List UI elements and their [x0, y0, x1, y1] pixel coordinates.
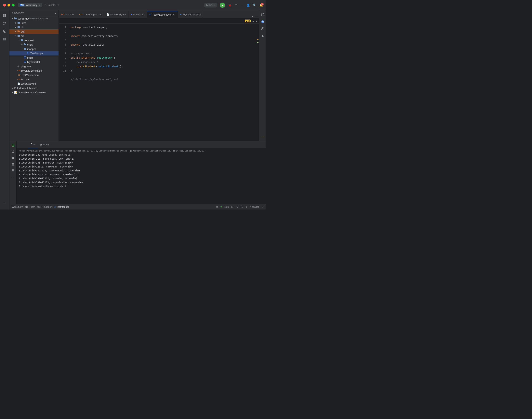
- breadcrumb-com[interactable]: com: [31, 206, 35, 208]
- tree-item-comtest[interactable]: ▾ com.test: [10, 38, 59, 42]
- tree-item-mybatisutil[interactable]: C MybatisUtil: [10, 60, 59, 64]
- java-icon-mybatisutil: C: [24, 60, 26, 64]
- profile-icon[interactable]: ⏱: [235, 3, 237, 7]
- minus-icon-btn[interactable]: —: [260, 134, 265, 139]
- tree-item-webstudy[interactable]: ▾ WebStudy ~/Desktop/CS/Jav...: [10, 16, 59, 21]
- status-expand[interactable]: ⤢: [262, 206, 264, 208]
- breadcrumb-src[interactable]: src: [25, 206, 28, 208]
- svg-rect-11: [5, 39, 6, 40]
- editor-right-wrapper: </> text.xml </> TestMapper.xml 📄 WebStu…: [59, 10, 266, 141]
- account-icon[interactable]: 👤: [247, 3, 250, 7]
- sidebar-item-project[interactable]: [1, 12, 8, 19]
- reload-icon[interactable]: [10, 149, 16, 155]
- user-profile-icon-btn[interactable]: [260, 33, 265, 39]
- run-panel-icon[interactable]: [10, 143, 16, 148]
- tree-item-main[interactable]: C Main: [10, 55, 59, 60]
- code-hint-nousages2: no usages new *: [71, 60, 254, 64]
- tree-item-mapper[interactable]: ▾ mapper: [10, 47, 59, 51]
- tree-item-testmapper[interactable]: i TestMapper: [10, 51, 59, 55]
- copilot-icon-btn[interactable]: [260, 26, 265, 32]
- sidebar-item-git[interactable]: [1, 20, 8, 27]
- console-line-6: Student(sid=34234233, name=An, sex=femal…: [17, 173, 266, 177]
- layout-icon[interactable]: [10, 168, 16, 173]
- bottom-tab-main[interactable]: ▣ Main ✕: [38, 141, 54, 148]
- tree-item-idea[interactable]: ▶ .idea: [10, 21, 59, 25]
- console-line-exit: Process finished with exit code 0: [17, 184, 266, 188]
- notification-badge: 1: [261, 3, 264, 6]
- status-line-ending[interactable]: LF: [231, 206, 234, 208]
- debug-icon[interactable]: 🐞: [228, 3, 232, 7]
- maximize-button[interactable]: [12, 4, 15, 7]
- code-line-10: [71, 73, 254, 77]
- status-bar: WebStudy › src › com › test › mapper › ①…: [10, 204, 266, 210]
- xml-icon-testmapper: </>: [17, 74, 21, 76]
- tree-item-gitignore[interactable]: ⊘ .gitignore: [10, 64, 59, 68]
- sidebar-item-more[interactable]: ⋯: [1, 199, 8, 206]
- svg-point-22: [262, 35, 263, 36]
- run-button[interactable]: ▶: [220, 2, 225, 8]
- tab-mybatisutil[interactable]: ● MybatisUtil.java: [178, 11, 203, 18]
- sidebar-item-plugins[interactable]: [1, 36, 8, 43]
- screenshot-icon[interactable]: [10, 162, 16, 167]
- project-selector[interactable]: WS WebStudy ▾: [18, 3, 42, 7]
- tab-close-testmapperjava[interactable]: ✕: [172, 13, 175, 16]
- breadcrumb-test[interactable]: test: [37, 206, 41, 208]
- tree-item-webstudy-iml[interactable]: 📄 WebStudy.iml: [10, 81, 59, 86]
- breadcrumb-testmapper-final[interactable]: ① TestMapper: [54, 206, 69, 208]
- tree-item-src[interactable]: ▾ src: [10, 34, 59, 38]
- tree-item-entity[interactable]: ▶ entity: [10, 42, 59, 47]
- console-line-cmd: /Users/eve/Library/Java/JavaVirtualMachi…: [17, 149, 266, 153]
- branch-selector[interactable]: ⑂ master ▾: [45, 3, 59, 7]
- tab-mainjava[interactable]: ● Main.java: [128, 11, 147, 18]
- close-button[interactable]: [3, 4, 6, 7]
- tree-item-external-libs[interactable]: ▶ ⊞ External Libraries: [10, 86, 59, 90]
- bottom-tab-main-icon: ▣: [40, 143, 42, 146]
- more-run-icon[interactable]: ⋯: [10, 174, 16, 180]
- sidebar-header-chevron[interactable]: ▾: [55, 12, 56, 15]
- warning-badge[interactable]: ▲ 2: [245, 20, 251, 22]
- warning-nav-up[interactable]: ∧: [252, 20, 254, 22]
- breadcrumb-mapper[interactable]: mapper: [44, 206, 52, 208]
- tree-label-lib: lib: [21, 26, 24, 29]
- editor-content: 1 2 3 4 5 6 7 8 9 10 11: [59, 24, 259, 141]
- more-symbol: ⋯: [12, 175, 14, 179]
- sidebar-content: ▾ WebStudy ~/Desktop/CS/Jav... ▶ .id: [10, 16, 59, 141]
- tabs-overflow-icon[interactable]: ▾: [252, 15, 253, 18]
- tabs-more-icon[interactable]: ⋯: [255, 15, 257, 18]
- minimize-button[interactable]: [8, 4, 10, 7]
- bottom-tab-close-main[interactable]: ✕: [50, 143, 52, 146]
- editor-top-bar: ▲ 2 ∧ ∨: [59, 18, 259, 24]
- line-num-4: 4: [59, 38, 66, 43]
- tab-testmapperxml[interactable]: </> TestMapper.xml: [77, 11, 104, 18]
- tree-item-textxml[interactable]: </> text.xml: [10, 77, 59, 81]
- status-encoding[interactable]: UTF-8: [236, 206, 243, 208]
- line-num-6: 6: [59, 47, 66, 51]
- status-gear[interactable]: ⚙: [216, 206, 218, 208]
- ai-icon-btn[interactable]: AI: [260, 19, 265, 25]
- search-icon[interactable]: 🔍: [253, 3, 256, 7]
- tree-item-mybatisconfig[interactable]: </> mybatis-config.xml: [10, 68, 59, 73]
- sidebar-item-run[interactable]: [1, 28, 8, 35]
- status-position[interactable]: 11:1: [224, 206, 229, 208]
- status-v-icon[interactable]: V: [221, 206, 222, 208]
- stop-icon[interactable]: [10, 155, 16, 161]
- tree-arrow-external-libs: ▶: [11, 87, 14, 89]
- bottom-tab-run[interactable]: Run: [28, 141, 38, 148]
- status-indent-icon[interactable]: ⊞: [246, 206, 247, 208]
- tab-webstudyiml[interactable]: 📄 WebStudy.iml: [104, 11, 128, 18]
- breadcrumb-webstudy[interactable]: WebStudy: [12, 206, 23, 208]
- status-indent[interactable]: 4 spaces: [250, 206, 259, 208]
- tab-testmapperjava[interactable]: ① TestMapper.java ✕: [147, 11, 178, 18]
- more-actions-icon[interactable]: ⋯: [241, 3, 243, 7]
- warning-nav-down[interactable]: ∨: [256, 20, 257, 22]
- tab-textxml[interactable]: </> text.xml: [59, 11, 77, 18]
- tree-item-scratches[interactable]: ▶ 📝 Scratches and Consoles: [10, 90, 59, 94]
- svg-rect-10: [3, 39, 4, 40]
- run-config[interactable]: Main ▾: [204, 3, 217, 8]
- database-icon-btn[interactable]: [260, 12, 265, 17]
- code-block-7: no usages new * public interface TestMap…: [71, 51, 254, 60]
- code-area[interactable]: package com.test.mapper; import com.test…: [68, 24, 257, 141]
- tree-item-lib[interactable]: ▶ lib: [10, 25, 59, 29]
- tree-item-out[interactable]: ▶ out: [10, 29, 59, 34]
- tree-item-testmapperxml[interactable]: </> TestMapper.xml: [10, 73, 59, 77]
